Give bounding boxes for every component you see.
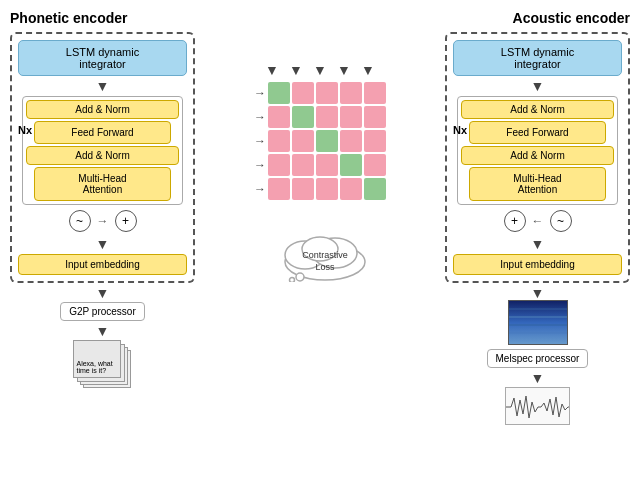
svg-text:Contrastive: Contrastive (302, 250, 348, 260)
acoustic-add-norm-2: Add & Norm (461, 146, 614, 165)
cell-4-1 (292, 178, 314, 200)
top-arrow-1: ▼ (261, 62, 283, 78)
acoustic-add-norm-1: Add & Norm (461, 100, 614, 119)
grid-top-arrows: ▼ ▼ ▼ ▼ ▼ (261, 62, 379, 78)
cell-0-1 (292, 82, 314, 104)
waveform-image (505, 387, 570, 425)
cell-0-3 (340, 82, 362, 104)
cell-4-4 (364, 178, 386, 200)
phonetic-arrow-3: ▼ (96, 237, 110, 251)
phonetic-add-norm-1: Add & Norm (26, 100, 179, 119)
cell-2-4 (364, 130, 386, 152)
cell-1-3 (340, 106, 362, 128)
top-arrow-3: ▼ (309, 62, 331, 78)
svg-point-4 (296, 273, 304, 281)
waveform-svg (506, 388, 570, 425)
acoustic-arrow-1: ▼ (531, 79, 545, 93)
cell-1-2 (316, 106, 338, 128)
acoustic-nx: Nx (453, 124, 467, 136)
phonetic-lstm: LSTM dynamic integrator (18, 40, 187, 76)
cell-0-0 (268, 82, 290, 104)
phonetic-input-embedding: Input embedding (18, 254, 187, 275)
left-arrow-2: → (254, 106, 266, 128)
phonetic-add-norm-2: Add & Norm (26, 146, 179, 165)
cell-1-4 (364, 106, 386, 128)
cell-1-0 (268, 106, 290, 128)
grid-container: → → → → → (254, 82, 386, 215)
phonetic-sub-group: Add & Norm Feed Forward Add & Norm Multi… (22, 96, 183, 205)
page-1: Alexa, what time is it? (73, 340, 121, 378)
phonetic-encoder-box: LSTM dynamic integrator ▼ Nx Add & Norm … (10, 32, 195, 283)
title-row: Phonetic encoder Acoustic encoder (10, 10, 630, 26)
cloud-svg: Contrastive Loss (270, 227, 380, 282)
svg-rect-8 (509, 301, 567, 344)
svg-text:Loss: Loss (315, 262, 335, 272)
spectrogram-image (508, 300, 568, 345)
cell-3-3 (340, 154, 362, 176)
phonetic-arrow-1: ▼ (96, 79, 110, 93)
acoustic-attention: Multi-Head Attention (469, 167, 606, 201)
spectrogram-svg (509, 301, 567, 344)
acoustic-processor: Melspec processor (487, 349, 589, 368)
cell-2-0 (268, 130, 290, 152)
phonetic-symbols-row: ~ → + (18, 210, 187, 232)
phonetic-arrow-2: → (97, 214, 109, 228)
cell-2-3 (340, 130, 362, 152)
cell-0-4 (364, 82, 386, 104)
acoustic-wave-symbol: ~ (550, 210, 572, 232)
acoustic-title: Acoustic encoder (513, 10, 630, 26)
cell-1-1 (292, 106, 314, 128)
acoustic-arrow-5: ▼ (531, 371, 545, 385)
phonetic-pages: Alexa, what time is it? (73, 340, 133, 390)
cell-3-0 (268, 154, 290, 176)
cell-4-2 (316, 178, 338, 200)
phonetic-processor: G2P processor (60, 302, 145, 321)
cell-4-0 (268, 178, 290, 200)
phonetic-attention: Multi-Head Attention (34, 167, 171, 201)
acoustic-symbols-row: + ← ~ (453, 210, 622, 232)
acoustic-arrow-3: ▼ (531, 237, 545, 251)
middle-section: ▼ ▼ ▼ ▼ ▼ → → → → → (210, 62, 430, 284)
contrastive-loss-container: Contrastive Loss (270, 227, 370, 284)
cell-3-1 (292, 154, 314, 176)
top-arrow-5: ▼ (357, 62, 379, 78)
phonetic-nx: Nx (18, 124, 32, 136)
left-arrow-1: → (254, 82, 266, 104)
phonetic-arrow-5: ▼ (96, 324, 110, 338)
phonetic-wave-symbol: ~ (69, 210, 91, 232)
top-arrow-2: ▼ (285, 62, 307, 78)
svg-point-5 (290, 278, 295, 283)
cell-2-1 (292, 130, 314, 152)
cell-0-2 (316, 82, 338, 104)
left-arrows: → → → → → (254, 82, 266, 200)
acoustic-input-embedding: Input embedding (453, 254, 622, 275)
phonetic-plus-symbol: + (115, 210, 137, 232)
phonetic-feed-forward: Feed Forward (34, 121, 171, 144)
cell-3-4 (364, 154, 386, 176)
acoustic-lstm: LSTM dynamic integrator (453, 40, 622, 76)
phonetic-title: Phonetic encoder (10, 10, 127, 26)
cell-4-3 (340, 178, 362, 200)
left-arrow-5: → (254, 178, 266, 200)
acoustic-feed-forward: Feed Forward (469, 121, 606, 144)
cell-2-2 (316, 130, 338, 152)
acoustic-plus-symbol: + (504, 210, 526, 232)
left-arrow-4: → (254, 154, 266, 176)
acoustic-encoder-box: LSTM dynamic integrator ▼ Nx Add & Norm … (445, 32, 630, 283)
top-arrow-4: ▼ (333, 62, 355, 78)
cell-3-2 (316, 154, 338, 176)
attention-grid (268, 82, 386, 200)
phonetic-arrow-4: ▼ (96, 286, 110, 300)
acoustic-sub-group: Add & Norm Feed Forward Add & Norm Multi… (457, 96, 618, 205)
acoustic-arrow-2: ← (532, 214, 544, 228)
main-container: Phonetic encoder Acoustic encoder LSTM d… (0, 0, 640, 504)
acoustic-arrow-4: ▼ (531, 286, 545, 300)
left-arrow-3: → (254, 130, 266, 152)
